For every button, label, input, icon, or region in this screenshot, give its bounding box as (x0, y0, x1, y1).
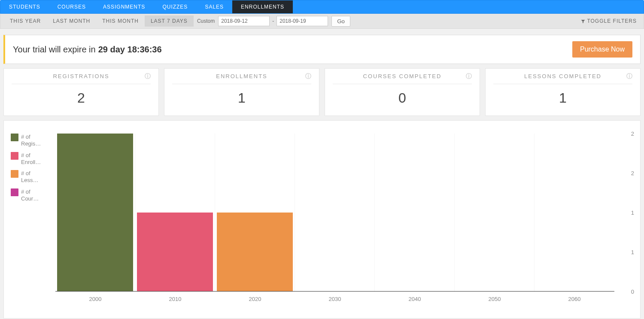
info-icon[interactable]: ⓘ (305, 73, 311, 80)
purchase-now-button[interactable]: Purchase Now (572, 41, 632, 58)
chart-slot (55, 134, 135, 291)
x-tick: 2060 (535, 293, 614, 305)
chart-slot (535, 134, 614, 291)
stat-registrations: REGISTRATIONS ⓘ 2 (3, 68, 159, 116)
info-icon[interactable]: ⓘ (466, 73, 472, 80)
stat-title: ENROLLMENTS (216, 73, 267, 79)
stat-value: 2 (12, 90, 151, 106)
y-tick: 0 (631, 289, 634, 295)
legend-label: # of Regis… (21, 134, 41, 148)
legend-item-enrollments[interactable]: # of Enroll… (11, 152, 55, 166)
x-tick: 2000 (55, 293, 135, 305)
chart-legend: # of Regis… # of Enroll… # of Less… # of… (8, 134, 55, 305)
legend-swatch (11, 170, 18, 178)
legend-item-lessons[interactable]: # of Less… (11, 170, 55, 184)
stat-title: COURSES COMPLETED (363, 73, 442, 79)
legend-item-courses[interactable]: # of Cour… (11, 188, 55, 203)
report-nav: STUDENTS COURSES ASSIGNMENTS QUIZZES SAL… (0, 0, 644, 14)
chart-slot (135, 134, 215, 291)
y-axis: 22110 (616, 134, 636, 292)
range-last-month[interactable]: LAST MONTH (47, 15, 96, 27)
bars-container (55, 134, 614, 291)
stat-title: REGISTRATIONS (53, 73, 109, 79)
tab-quizzes[interactable]: QUIZZES (154, 0, 196, 13)
toggle-filters-label: TOGGLE FILTERS (587, 18, 637, 24)
tab-sales[interactable]: SALES (196, 0, 232, 13)
report-subbar: THIS YEAR LAST MONTH THIS MONTH LAST 7 D… (0, 14, 644, 29)
tab-students[interactable]: STUDENTS (0, 0, 49, 13)
x-tick: 2010 (135, 293, 215, 305)
legend-swatch (11, 134, 18, 141)
chart-bar[interactable] (57, 134, 133, 291)
x-tick: 2050 (455, 293, 535, 305)
legend-swatch (11, 152, 18, 160)
x-tick: 2040 (375, 293, 455, 305)
tab-assignments[interactable]: ASSIGNMENTS (94, 0, 154, 13)
trial-countdown: 29 day 18:36:36 (96, 45, 162, 55)
x-tick: 2030 (295, 293, 375, 305)
stat-lessons-completed: LESSONS COMPLETED ⓘ 1 (485, 68, 641, 116)
date-to-input[interactable] (276, 16, 328, 26)
x-tick: 2020 (215, 293, 295, 305)
stat-value: 0 (333, 90, 472, 106)
stat-courses-completed: COURSES COMPLETED ⓘ 0 (325, 68, 480, 116)
info-icon[interactable]: ⓘ (145, 73, 151, 80)
plot-area (55, 134, 614, 292)
x-axis: 2000201020202030204020502060 (55, 293, 614, 305)
stat-enrollments: ENROLLMENTS ⓘ 1 (164, 68, 319, 116)
legend-label: # of Cour… (21, 188, 39, 203)
custom-label: Custom (194, 15, 218, 27)
chart-plot: 22110 2000201020202030204020502060 (55, 134, 636, 305)
chart-slot (455, 134, 535, 291)
tab-enrollments[interactable]: ENROLLMENTS (232, 0, 293, 13)
chart-slot (295, 134, 375, 291)
chart-bar[interactable] (137, 213, 213, 292)
y-tick: 2 (631, 170, 634, 176)
y-tick: 2 (631, 131, 634, 137)
y-tick: 1 (631, 210, 634, 216)
tab-courses[interactable]: COURSES (49, 0, 94, 13)
go-button[interactable]: Go (331, 16, 350, 27)
trial-prefix: Your trial will expire in (13, 45, 96, 55)
stats-row: REGISTRATIONS ⓘ 2 ENROLLMENTS ⓘ 1 COURSE… (3, 68, 641, 116)
range-this-month[interactable]: THIS MONTH (96, 15, 145, 27)
range-last-7-days[interactable]: LAST 7 DAYS (145, 15, 194, 27)
stat-title: LESSONS COMPLETED (524, 73, 601, 79)
date-from-input[interactable] (218, 16, 270, 26)
y-tick: 1 (631, 249, 634, 255)
info-icon[interactable]: ⓘ (626, 73, 632, 80)
date-range-separator: - (270, 18, 276, 24)
chart-slot (215, 134, 295, 291)
stat-value: 1 (172, 90, 311, 106)
chart-panel: # of Regis… # of Enroll… # of Less… # of… (3, 120, 641, 319)
funnel-icon (581, 19, 585, 23)
legend-label: # of Less… (21, 170, 38, 184)
legend-swatch (11, 188, 18, 196)
chart-bar[interactable] (217, 213, 293, 292)
chart-slot (375, 134, 455, 291)
range-this-year[interactable]: THIS YEAR (4, 15, 47, 27)
trial-banner: Your trial will expire in 29 day 18:36:3… (3, 35, 641, 64)
stat-value: 1 (493, 90, 632, 106)
legend-item-registrations[interactable]: # of Regis… (11, 134, 55, 148)
toggle-filters-button[interactable]: TOGGLE FILTERS (581, 18, 640, 24)
legend-label: # of Enroll… (21, 152, 41, 166)
